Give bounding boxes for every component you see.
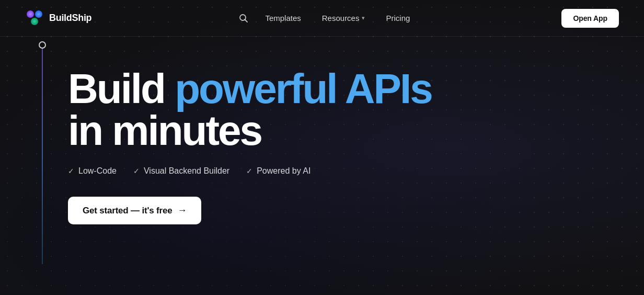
svg-point-2 (31, 18, 38, 25)
cta-button[interactable]: Get started — it's free → (68, 197, 201, 224)
nav-link-templates[interactable]: Templates (257, 9, 309, 27)
hero-heading-blue: powerful APIs (175, 65, 431, 112)
nav-link-resources[interactable]: Resources ▾ (314, 9, 374, 27)
vertical-line-decoration (42, 44, 43, 264)
check-icon-2: ✓ (133, 167, 140, 175)
hero-features: ✓ Low-Code ✓ Visual Backend Builder ✓ Po… (68, 166, 445, 176)
navbar: BuildShip Templates Resources ▾ Pricing … (0, 0, 644, 37)
hero-heading-white-2: in minutes (68, 107, 261, 154)
cta-label: Get started — it's free (83, 206, 172, 216)
hero-section: Build powerful APIs in minutes ✓ Low-Cod… (0, 37, 470, 224)
open-app-button[interactable]: Open App (561, 9, 619, 28)
feature-visual-builder-label: Visual Backend Builder (144, 166, 229, 176)
check-icon-3: ✓ (246, 167, 252, 175)
feature-visual-builder: ✓ Visual Backend Builder (133, 166, 229, 176)
logo[interactable]: BuildShip (25, 9, 91, 28)
feature-powered-by-ai-label: Powered by AI (257, 166, 310, 176)
chevron-down-icon: ▾ (362, 15, 365, 21)
nav-links: Templates Resources ▾ Pricing (235, 9, 418, 27)
logo-text: BuildShip (49, 13, 91, 24)
svg-point-0 (27, 10, 34, 18)
arrow-icon: → (177, 205, 187, 216)
svg-line-4 (245, 19, 248, 22)
nav-right: Open App (561, 9, 619, 28)
search-icon[interactable] (235, 9, 252, 27)
feature-low-code: ✓ Low-Code (68, 166, 117, 176)
hero-heading-white-1: Build (68, 65, 175, 112)
svg-point-1 (35, 10, 42, 18)
hero-heading: Build powerful APIs in minutes (68, 68, 445, 152)
check-icon-1: ✓ (68, 167, 74, 175)
logo-icon (25, 9, 44, 28)
feature-powered-by-ai: ✓ Powered by AI (246, 166, 310, 176)
nav-link-pricing[interactable]: Pricing (377, 9, 418, 27)
feature-low-code-label: Low-Code (78, 166, 117, 176)
